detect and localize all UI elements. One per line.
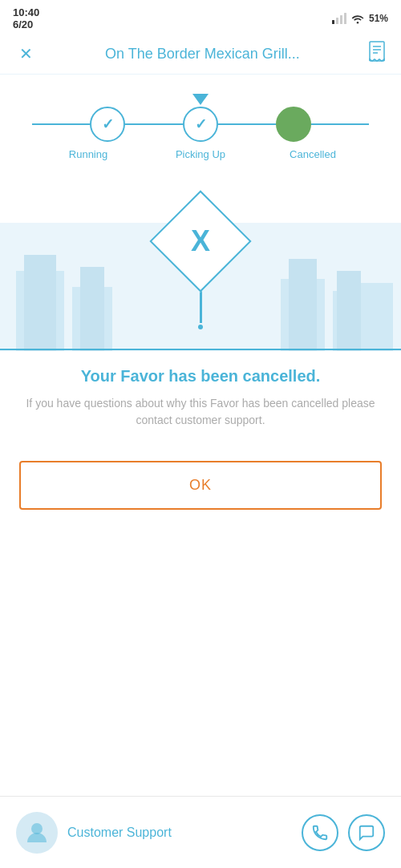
person-icon [24,820,50,846]
status-time: 10:40 [13,6,39,18]
status-date: 6/20 [13,18,39,30]
ok-button[interactable]: OK [19,461,382,510]
phone-button[interactable] [302,814,338,851]
header-title: On The Border Mexican Grill... [46,46,359,63]
step-line-3 [218,123,276,125]
step-cancelled [276,107,311,142]
svg-rect-17 [337,271,361,351]
cancelled-subtitle: If you have questions about why this Fav… [24,395,377,429]
step-label-picking: Picking Up [144,148,257,160]
svg-rect-11 [24,255,56,351]
svg-rect-13 [80,267,104,351]
step-label-running: Running [32,148,144,160]
svg-rect-15 [289,259,317,351]
step-line-2 [125,123,183,125]
battery-level: 51% [369,13,388,24]
header: ✕ On The Border Mexican Grill... [0,34,401,75]
support-icons [302,814,385,851]
status-bar-left: 10:40 6/20 [13,6,39,30]
progress-container: ✓ ✓ Running Picking Up Cancelled [0,75,401,167]
steps-row: ✓ ✓ [32,107,369,142]
svg-rect-3 [344,13,346,24]
customer-support-button[interactable]: Customer Support [16,812,172,854]
ok-button-container: OK [0,437,401,526]
status-bar: 10:40 6/20 51% [0,0,401,34]
receipt-icon[interactable] [366,40,388,67]
wifi-icon [350,13,365,24]
sign-x-icon: X [191,224,210,258]
step-line-4 [311,123,369,125]
step-running-check: ✓ [102,115,114,133]
svg-point-20 [31,823,43,834]
illustration-container: X [0,183,401,351]
step-running: ✓ [90,107,125,142]
bottom-bar: Customer Support [0,796,401,868]
svg-rect-2 [340,15,342,24]
step-picking-up: ✓ [183,107,218,142]
step-line-1 [32,123,90,125]
close-button[interactable]: ✕ [13,41,39,67]
sign-diamond: X [149,190,251,292]
status-bar-right: 51% [332,13,388,24]
svg-rect-4 [370,42,384,61]
signal-icon [332,13,346,24]
svg-marker-8 [192,94,209,105]
step-label-cancelled: Cancelled [257,148,369,160]
sign-dot-bottom [198,325,203,329]
progress-pointer [188,94,213,107]
chat-button[interactable] [348,814,385,851]
step-picking-check: ✓ [195,115,207,133]
svg-rect-1 [336,18,338,24]
avatar [16,812,58,854]
cancel-sign: X [164,199,237,329]
support-label: Customer Support [67,826,172,840]
message-area: Your Favor has been cancelled. If you ha… [0,351,401,437]
svg-rect-0 [332,20,334,24]
phone-icon [311,824,329,842]
chat-icon [358,824,375,842]
cancelled-title: Your Favor has been cancelled. [24,367,377,386]
svg-rect-18 [361,283,393,351]
step-labels-row: Running Picking Up Cancelled [32,148,369,160]
